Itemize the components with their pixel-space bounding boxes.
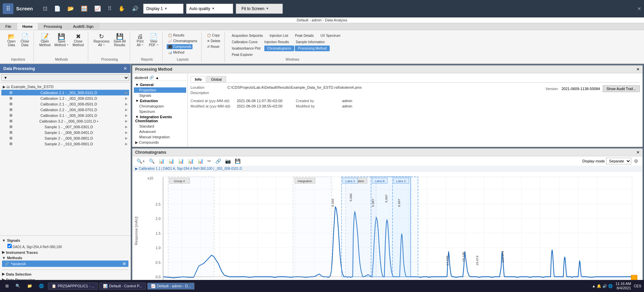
quality-select[interactable]: Auto quality ▼: [186, 4, 233, 14]
pm-tree-chromatogram[interactable]: Chromatogram: [134, 103, 186, 109]
scissors-btn[interactable]: ✂: [206, 158, 213, 164]
restore-btn[interactable]: ⊡: [41, 4, 49, 13]
tree-item-4[interactable]: ⊞ Calibration 3.1 - _005_008-1001.D ▶: [1, 113, 129, 118]
ribbon-tab-home[interactable]: Home: [17, 23, 39, 30]
open-doc-btn[interactable]: 📂: [65, 4, 76, 13]
display-mode-select[interactable]: Separate Overlay: [606, 158, 631, 164]
ribbon-tab-processing[interactable]: Processing: [38, 23, 67, 30]
results-layout-btn[interactable]: 📋 Results: [167, 33, 185, 38]
signal-btn[interactable]: 📈: [92, 4, 103, 13]
tree-item-8[interactable]: ⊞ Sample 2 - _009_008-0801.D ▶: [1, 135, 129, 141]
method-layout-btn[interactable]: 📊 Method: [167, 50, 185, 55]
new-doc-btn[interactable]: 📄: [52, 4, 63, 13]
open-data-btn[interactable]: 📂 OpenData: [5, 33, 17, 48]
snapshot-btn[interactable]: 📷: [224, 158, 232, 164]
top-window-close[interactable]: ✕: [637, 6, 641, 11]
pm-tree-spectrum[interactable]: Spectrum: [134, 109, 186, 114]
reset-btn[interactable]: ↺ Reset: [206, 44, 221, 49]
view-pdf-btn[interactable]: 📄 ViewPDF ~: [148, 33, 160, 48]
tree-item-3[interactable]: ⊞ Calibration 2.2 - _004_008-0701.D ▶: [1, 107, 129, 113]
chart-type-3-btn[interactable]: 📊: [177, 158, 185, 164]
left-panel-close[interactable]: ✕: [123, 66, 127, 71]
chromatograms-win-btn[interactable]: Chromatograms: [264, 46, 294, 51]
delete-btn[interactable]: ✕ Delete: [206, 39, 222, 44]
app-icon[interactable]: ⠿: [3, 3, 13, 14]
taskbar-app-2[interactable]: 📈 Default - admin - D...: [147, 283, 195, 290]
taskbar-app-0[interactable]: 📋 PRZSAPPPOLIC1 - ...: [48, 283, 98, 290]
signals-section-header[interactable]: ▼ Signals: [2, 238, 128, 243]
method-settings-icon[interactable]: ⊞: [123, 262, 126, 266]
compounds-layout-btn[interactable]: ⬛ Compounds: [167, 44, 193, 49]
chromatograms-layout-btn[interactable]: 📈 Chromatograms: [167, 39, 199, 44]
taskbar-search-btn[interactable]: 🔍: [13, 282, 23, 290]
processing-method-win-btn[interactable]: Processing Method: [295, 46, 330, 51]
taskbar-browser-btn[interactable]: 🌐: [36, 282, 47, 290]
acq-setpoints-btn[interactable]: Acquisition Setpoints: [229, 33, 266, 39]
zoom-out-btn[interactable]: 🔍: [148, 158, 156, 164]
instrument-traces-header[interactable]: ▶ Instrument Traces: [2, 249, 128, 255]
link-btn[interactable]: 🔗: [214, 158, 222, 164]
chart-type-4-btn[interactable]: 📊: [186, 158, 195, 164]
display-select[interactable]: Display 1 ▼: [143, 4, 183, 14]
close-method-btn[interactable]: ✖ CloseMethod: [71, 33, 85, 48]
pm-tree-general[interactable]: ▼ General: [134, 82, 186, 87]
pm-tree-integration[interactable]: ▼ Integration Events ChemStation: [134, 114, 186, 124]
save-method-btn[interactable]: 💾 SaveMethod ~: [53, 33, 70, 48]
pm-tree-advanced[interactable]: Advanced: [134, 129, 186, 134]
method-item-0[interactable]: 🔗 *skoleni4 ⊞: [2, 261, 128, 267]
chart-type-5-btn[interactable]: 📊: [196, 158, 205, 164]
hand-btn[interactable]: ✋: [116, 4, 127, 13]
grid-btn[interactable]: ⠿: [106, 4, 114, 13]
tree-item-5[interactable]: ⊞ Calibration 3.2 - _006_008-1101.D • ▶: [1, 118, 129, 124]
open-method-btn[interactable]: 📝 OpenMethod: [38, 33, 52, 48]
save-chrom-btn[interactable]: 💾: [233, 158, 242, 164]
peak-explorer-btn[interactable]: Peak Explorer: [229, 52, 256, 58]
chromatogram-chart[interactable]: -0.5 0.0 0.5 1.0 1.5 2.0 2.5 Response [m…: [132, 171, 642, 292]
window-btn[interactable]: 🪟: [79, 4, 90, 13]
pm-tree-signals[interactable]: Signals: [134, 93, 186, 98]
tree-item-0[interactable]: ⊞ Calibration 1.1 - _001_008-0101.D ▶: [1, 90, 129, 95]
inj-results-btn[interactable]: Injection Results: [261, 39, 292, 45]
pm-close-btn[interactable]: ✕: [636, 67, 640, 72]
reprocess-btn[interactable]: ↻ ReprocessAll ~: [92, 33, 111, 48]
pm-tree-compounds[interactable]: ▶ Compounds: [134, 140, 186, 145]
tree-item-2[interactable]: ⊞ Calibration 2.1 - _003_008-0501.D ▶: [1, 101, 129, 107]
pm-tree-manual[interactable]: Manual Integration: [134, 134, 186, 140]
injection-list-btn[interactable]: Injection List: [267, 33, 291, 39]
tree-item-6[interactable]: ⊞ Sample 1 - _007_008-0301.D ▶: [1, 124, 129, 130]
taskbar-files-btn[interactable]: 📁: [24, 282, 35, 290]
pm-tree-standard[interactable]: Standard: [134, 124, 186, 129]
tree-item-7[interactable]: ⊞ Sample 1 - _008_008-0401.D ▶: [1, 130, 129, 135]
signal-checkbox[interactable]: [7, 244, 12, 248]
windows-start-btn[interactable]: ⊞: [3, 282, 11, 290]
taskbar-app-1[interactable]: 📊 Default - Control P...: [99, 283, 146, 290]
sample-info-btn[interactable]: Sample Information: [293, 39, 328, 45]
methods-section-header[interactable]: ▼ Methods: [2, 255, 128, 261]
fit-to-screen-btn[interactable]: Fit to Screen ▼: [236, 4, 283, 14]
copy-btn[interactable]: 📋 Copy: [206, 33, 221, 38]
isoabsorbance-btn[interactable]: Isoabsorbance Plot: [229, 46, 264, 51]
pm-tree-extraction[interactable]: ▼ Extraction: [134, 98, 186, 103]
peak-details-btn[interactable]: Peak Details: [292, 33, 317, 39]
zoom-in-btn[interactable]: 🔍+: [135, 158, 146, 164]
show-audit-btn[interactable]: Show Audit Trail...: [603, 85, 640, 92]
pm-tab-global[interactable]: Global: [207, 76, 226, 82]
tree-item-9[interactable]: ⊞ Sample 2 - _010_008-0901.D ▶: [1, 141, 129, 147]
ribbon-tab-audit[interactable]: Audit/E-Sign: [68, 23, 99, 30]
pm-tree-properties[interactable]: Properties: [134, 87, 186, 93]
pm-tab-info[interactable]: Info: [191, 76, 206, 82]
chrom-close-btn[interactable]: ✕: [636, 150, 640, 155]
cal-curve-btn[interactable]: Calibration Curve: [229, 39, 261, 45]
save-results-btn[interactable]: 💾 Save AllResults: [112, 33, 127, 48]
audio-btn[interactable]: 🔊: [130, 4, 141, 13]
chart-type-2-btn[interactable]: 📊: [167, 158, 175, 164]
uv-spectrum-btn[interactable]: UV Spectrum: [317, 33, 343, 39]
chart-type-1-btn[interactable]: 📊: [157, 158, 166, 164]
print-btn[interactable]: 🖨 PrintAll ~: [134, 33, 146, 48]
chrom-settings-btn[interactable]: ⚙: [633, 158, 640, 164]
chrom-nav-arrow[interactable]: ▶: [135, 167, 138, 170]
data-selection-header[interactable]: ▶ Data Selection: [2, 271, 128, 277]
pm-up-icon[interactable]: ▲: [155, 76, 159, 80]
tree-item-1[interactable]: ⊞ Calibration 1.2 - _002_008-0201.D ▶: [1, 95, 129, 101]
close-data-btn[interactable]: 📄 CloseData: [19, 33, 31, 48]
